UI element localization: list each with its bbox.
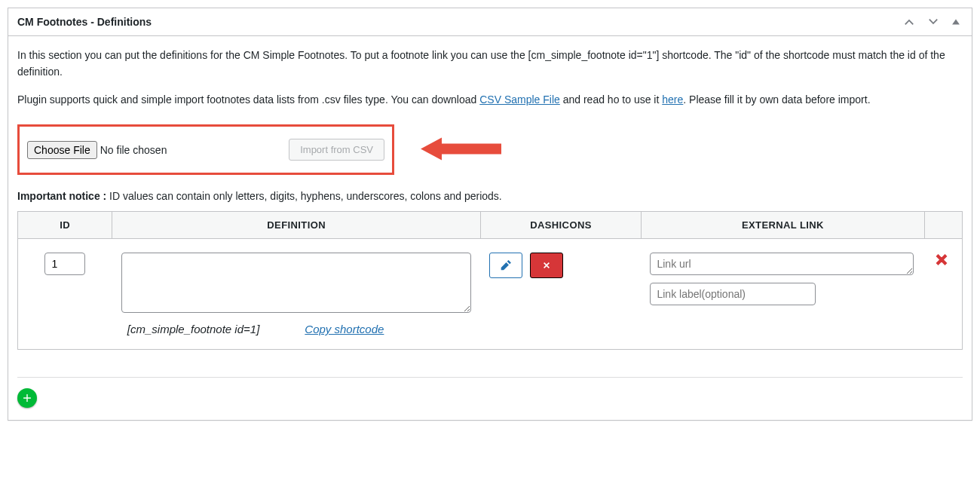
link-label-input[interactable] bbox=[650, 283, 816, 305]
remove-dashicon-button[interactable] bbox=[530, 253, 563, 278]
delete-row-button[interactable] bbox=[933, 253, 950, 271]
toggle-panel-button[interactable] bbox=[946, 12, 966, 32]
shortcode-row: [cm_simple_footnote id=1] Copy shortcode bbox=[121, 323, 472, 335]
pencil-icon bbox=[499, 259, 513, 272]
chevron-down-icon bbox=[926, 15, 940, 29]
usage-here-link[interactable]: here bbox=[662, 93, 683, 106]
csv-sample-link[interactable]: CSV Sample File bbox=[479, 93, 560, 106]
panel-body: In this section you can put the definiti… bbox=[8, 47, 972, 420]
copy-shortcode-link[interactable]: Copy shortcode bbox=[305, 323, 384, 335]
definition-textarea[interactable] bbox=[121, 253, 472, 313]
intro-paragraph-2: Plugin supports quick and simple import … bbox=[17, 91, 963, 108]
intro-paragraph-1: In this section you can put the definiti… bbox=[17, 47, 963, 81]
intro-text-a: Plugin supports quick and simple import … bbox=[17, 93, 479, 106]
triangle-up-icon bbox=[951, 17, 961, 27]
highlight-arrow bbox=[417, 135, 507, 164]
th-dashicons: DASHICONS bbox=[480, 212, 641, 239]
notice-bold: Important notice : bbox=[17, 190, 106, 202]
notice-text: ID values can contain only letters, digi… bbox=[106, 190, 502, 202]
delete-icon bbox=[933, 253, 950, 269]
intro-text-c: . Please fill it by own data before impo… bbox=[683, 93, 870, 106]
th-definition: DEFINITION bbox=[112, 212, 481, 239]
dashicon-buttons bbox=[489, 253, 632, 278]
arrow-left-icon bbox=[417, 135, 507, 162]
add-row-button[interactable] bbox=[17, 388, 37, 408]
panel-handle-actions bbox=[898, 11, 972, 33]
move-down-button[interactable] bbox=[922, 11, 945, 33]
table-row: [cm_simple_footnote id=1] Copy shortcode bbox=[18, 239, 963, 350]
chevron-up-icon bbox=[902, 15, 916, 29]
plus-icon bbox=[22, 392, 32, 404]
definitions-panel: CM Footnotes - Definitions In this secti… bbox=[8, 8, 972, 421]
th-id: ID bbox=[18, 212, 112, 239]
add-row-area bbox=[17, 378, 963, 408]
intro-text-b: and read ho to use it bbox=[560, 93, 662, 106]
shortcode-text: [cm_simple_footnote id=1] bbox=[121, 323, 260, 335]
no-file-label: No file chosen bbox=[100, 144, 167, 156]
link-url-input[interactable] bbox=[650, 253, 914, 275]
x-icon bbox=[541, 259, 553, 271]
id-input[interactable] bbox=[44, 253, 85, 275]
file-upload-area: Choose File No file chosen Import from C… bbox=[17, 124, 394, 175]
th-delete bbox=[924, 212, 962, 239]
definitions-table: ID DEFINITION DASHICONS EXTERNAL LINK [c… bbox=[17, 211, 963, 350]
move-up-button[interactable] bbox=[898, 11, 920, 33]
edit-dashicon-button[interactable] bbox=[489, 253, 522, 278]
panel-header: CM Footnotes - Definitions bbox=[8, 8, 972, 36]
important-notice: Important notice : ID values can contain… bbox=[17, 190, 963, 202]
th-external-link: EXTERNAL LINK bbox=[641, 212, 924, 239]
link-inputs bbox=[650, 253, 915, 305]
import-csv-button[interactable]: Import from CSV bbox=[289, 139, 384, 161]
panel-title: CM Footnotes - Definitions bbox=[8, 8, 898, 35]
choose-file-button[interactable]: Choose File bbox=[27, 141, 97, 159]
